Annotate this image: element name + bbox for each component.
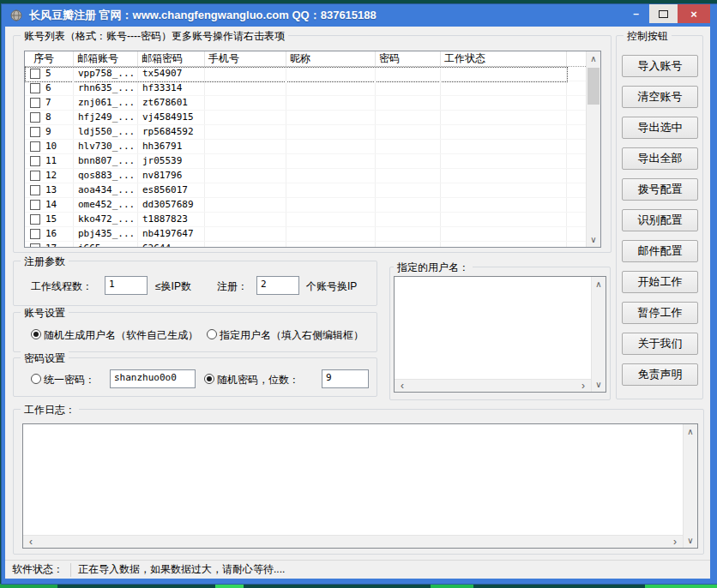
table-row[interactable]: 6rhn635_...hf33314 <box>25 81 587 96</box>
row-checkbox-cell <box>25 125 42 139</box>
work-log-hscrollbar[interactable]: ‹ › <box>23 535 683 548</box>
row-checkbox-cell <box>25 169 42 183</box>
table-row[interactable]: 7znj061_...zt678601 <box>25 96 587 111</box>
cell-seq: 8 <box>42 111 74 124</box>
row-checkbox[interactable] <box>30 83 40 93</box>
work-log-group: 工作日志： ∧ ∨ ‹ › <box>13 409 704 555</box>
table-row[interactable]: 9ldj550_...rp5684592 <box>25 125 587 140</box>
specified-users-vscrollbar[interactable]: ∧ ∨ <box>591 277 606 392</box>
control-buttons-group: 控制按钮 导入账号清空账号导出选中导出全部拨号配置识别配置邮件配置开始工作暂停工… <box>616 35 703 399</box>
cell-status <box>441 227 567 241</box>
table-row[interactable]: 5vpp758_...tx54907 <box>25 67 587 81</box>
specified-users-textarea[interactable]: ∧ ∨ ‹ › <box>394 276 606 393</box>
row-checkbox[interactable] <box>30 243 40 247</box>
cell-email: ldj550_... <box>74 125 138 139</box>
fixed-password-input[interactable]: shanzhuo0o0 <box>110 369 196 388</box>
scroll-down-icon[interactable]: ∨ <box>587 232 600 247</box>
table-row[interactable]: 10hlv730_...hh36791 <box>25 140 587 154</box>
fixed-password-radio[interactable] <box>31 374 41 384</box>
row-checkbox[interactable] <box>30 127 40 137</box>
table-row[interactable]: 16pbj435_...nb4197647 <box>25 227 587 242</box>
random-password-digits-input[interactable]: 9 <box>322 369 369 388</box>
account-list-vscrollbar[interactable]: ∧ ∨ <box>586 51 600 247</box>
table-row[interactable]: 8hfj249_...vj4584915 <box>25 111 587 125</box>
minimize-button[interactable]: – <box>623 4 649 23</box>
work-log-vscrollbar[interactable]: ∧ ∨ <box>683 424 697 548</box>
row-checkbox[interactable] <box>30 214 40 225</box>
cell-email: vpp758_... <box>74 67 138 81</box>
random-password-radio[interactable] <box>204 374 214 384</box>
maximize-button[interactable] <box>649 4 678 23</box>
specified-username-radio[interactable] <box>207 329 217 339</box>
thread-count-input[interactable]: 1 <box>105 276 148 295</box>
control-button[interactable]: 暂停工作 <box>622 302 698 324</box>
table-row[interactable]: 12qos883_...nv81796 <box>25 169 587 183</box>
register-count-input[interactable]: 2 <box>256 276 299 295</box>
control-button[interactable]: 导出全部 <box>622 147 698 170</box>
control-button[interactable]: 开始工作 <box>622 271 698 293</box>
cell-phone <box>205 125 286 139</box>
cell-password <box>376 67 441 81</box>
row-checkbox[interactable] <box>30 200 40 210</box>
fixed-password-label[interactable]: 统一密码： <box>44 373 95 387</box>
scroll-down-icon[interactable]: ∨ <box>592 377 606 392</box>
account-list[interactable]: 序号 邮箱账号 邮箱密码 手机号 昵称 密码 工作状态 5vpp758_...t… <box>24 51 601 248</box>
scroll-left-icon[interactable]: ‹ <box>25 536 37 548</box>
scrollbar-thumb[interactable] <box>587 68 600 105</box>
cell-nickname <box>286 242 376 247</box>
row-checkbox[interactable] <box>30 98 40 108</box>
table-row[interactable]: 14ome452_...dd3057689 <box>25 198 587 213</box>
row-checkbox[interactable] <box>30 171 40 181</box>
scroll-up-icon[interactable]: ∧ <box>592 277 606 291</box>
control-button[interactable]: 识别配置 <box>622 209 698 231</box>
column-header-phone[interactable]: 手机号 <box>205 51 286 66</box>
specified-username-label[interactable]: 指定用户名（填入右侧编辑框） <box>220 328 364 343</box>
column-header-emailpwd[interactable]: 邮箱密码 <box>138 51 205 66</box>
close-icon: × <box>690 8 697 21</box>
scroll-right-icon[interactable]: › <box>669 536 681 548</box>
column-header-status[interactable]: 工作状态 <box>441 51 567 66</box>
control-button[interactable]: 清空账号 <box>622 86 698 108</box>
control-button[interactable]: 免责声明 <box>622 363 698 386</box>
control-button[interactable]: 导入账号 <box>622 55 698 77</box>
work-log-textarea[interactable]: ∧ ∨ ‹ › <box>22 423 698 549</box>
table-row[interactable]: 11bnn807_...jr05539 <box>25 154 587 169</box>
cell-status <box>441 81 567 95</box>
cell-email_pwd: jr05539 <box>138 154 205 168</box>
status-divider <box>70 563 71 577</box>
random-username-radio[interactable] <box>31 329 41 339</box>
column-header-email[interactable]: 邮箱账号 <box>74 51 138 66</box>
row-checkbox[interactable] <box>30 69 40 79</box>
row-checkbox[interactable] <box>30 229 40 239</box>
row-checkbox[interactable] <box>30 185 40 195</box>
account-list-group: 账号列表（格式：账号----密码）更多账号操作请右击表项 序号 邮箱账号 邮箱密… <box>13 35 612 253</box>
column-header-password[interactable]: 密码 <box>376 51 441 66</box>
title-bar[interactable]: 长风豆瓣注册 官网：www.changfengwangluo.com QQ：83… <box>2 4 717 27</box>
control-button[interactable]: 导出选中 <box>622 117 698 139</box>
random-username-label[interactable]: 随机生成用户名（软件自己生成） <box>44 328 198 343</box>
control-button[interactable]: 拨号配置 <box>622 178 698 201</box>
row-checkbox[interactable] <box>30 156 40 166</box>
table-row[interactable]: 17i665_...62644 <box>25 242 587 247</box>
row-checkbox[interactable] <box>30 141 40 152</box>
scroll-up-icon[interactable]: ∧ <box>684 424 697 439</box>
cell-status <box>441 140 567 153</box>
column-header-seq[interactable]: 序号 <box>25 51 74 66</box>
scroll-right-icon[interactable]: › <box>577 380 589 392</box>
close-button[interactable]: × <box>678 4 710 23</box>
scroll-up-icon[interactable]: ∧ <box>587 51 600 66</box>
scroll-down-icon[interactable]: ∨ <box>684 533 697 548</box>
scroll-left-icon[interactable]: ‹ <box>396 380 408 392</box>
random-password-label[interactable]: 随机密码，位数： <box>217 373 299 387</box>
control-button[interactable]: 邮件配置 <box>622 240 698 262</box>
cell-status <box>441 198 567 212</box>
specified-users-hscrollbar[interactable]: ‹ › <box>395 379 591 392</box>
table-row[interactable]: 13aoa434_...es856017 <box>25 183 587 198</box>
account-list-header[interactable]: 序号 邮箱账号 邮箱密码 手机号 昵称 密码 工作状态 <box>25 51 587 67</box>
work-log-group-label: 工作日志： <box>21 403 79 417</box>
row-checkbox[interactable] <box>30 112 40 123</box>
table-row[interactable]: 15kko472_...t1887823 <box>25 213 587 227</box>
column-header-nickname[interactable]: 昵称 <box>286 51 376 66</box>
cell-password <box>376 198 441 212</box>
control-button[interactable]: 关于我们 <box>622 333 698 355</box>
